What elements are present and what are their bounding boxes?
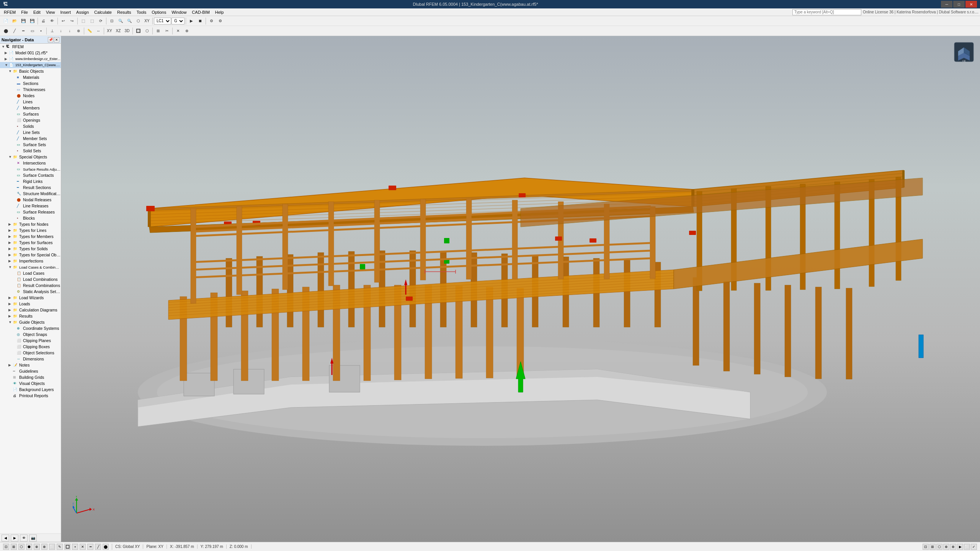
status-right-btn-1[interactable]: ⊡ — [923, 544, 929, 550]
tree-nodalreleases[interactable]: ⬤ Nodal Releases — [0, 197, 61, 203]
tb-g-combo[interactable]: G — [172, 18, 185, 24]
menu-help[interactable]: Help — [213, 10, 226, 15]
menu-results[interactable]: Results — [115, 10, 134, 15]
status-btn-12[interactable]: ━ — [87, 544, 93, 550]
tree-basicobjects[interactable]: ▼ 📁 Basic Objects — [0, 68, 61, 74]
tb-view-all[interactable]: ⊡ — [108, 17, 116, 25]
tb-lc-combo[interactable]: LC1 — [154, 18, 171, 24]
tree-rigidlinks[interactable]: ━ Rigid Links — [0, 178, 61, 184]
tree-blocks[interactable]: ▪ Blocks — [0, 215, 61, 221]
tree-staticanalysis[interactable]: ⚙ Static Analysis Settings — [0, 289, 61, 295]
tb-select[interactable]: ⬚ — [79, 17, 87, 25]
tree-resultsections[interactable]: ━ Result Sections — [0, 184, 61, 191]
tb-rotate[interactable]: ⟳ — [96, 17, 105, 25]
status-btn-7[interactable]: ⬜ — [49, 544, 55, 550]
tb2-support[interactable]: ⊥ — [48, 27, 56, 35]
tree-typesnodes[interactable]: ▶ 📁 Types for Nodes — [0, 221, 61, 227]
tb2-line[interactable]: ╱ — [10, 27, 19, 35]
tree-rfem-root[interactable]: ▼ 🏗 RFEM — [0, 44, 61, 50]
status-right-btn-3[interactable]: ⬡ — [936, 544, 942, 550]
tree-specialobjects[interactable]: ▼ 📁 Special Objects — [0, 154, 61, 160]
nav-close-btn[interactable]: ✕ — [54, 37, 59, 42]
tree-thicknesses[interactable]: ▭ Thicknesses — [0, 86, 61, 93]
tb-run[interactable]: ▶ — [187, 17, 196, 25]
tree-typeslines[interactable]: ▶ 📁 Types for Lines — [0, 227, 61, 233]
tree-loadcasesitem[interactable]: 📋 Load Cases — [0, 270, 61, 276]
menu-assign[interactable]: Assign — [74, 10, 91, 15]
menu-window[interactable]: Window — [169, 10, 189, 15]
tb2-load[interactable]: ↓ — [57, 27, 65, 35]
menu-file[interactable]: File — [19, 10, 30, 15]
status-btn-11[interactable]: ✕ — [80, 544, 86, 550]
tb-undo[interactable]: ↩ — [59, 17, 67, 25]
maximize-button[interactable]: □ — [953, 1, 965, 8]
status-btn-8[interactable]: ✎ — [57, 544, 63, 550]
tb2-render[interactable]: 🔲 — [134, 27, 142, 35]
status-right-btn-8[interactable]: ✓ — [971, 544, 977, 550]
tree-sections[interactable]: ▬ Sections — [0, 80, 61, 86]
status-right-btn-7[interactable]: ⬜ — [964, 544, 970, 550]
tree-surfacecontacts[interactable]: ▭ Surface Contacts — [0, 172, 61, 178]
tree-model001[interactable]: ▶ 📄 Model 001 (2).rf5* — [0, 50, 61, 56]
tree-guidelines[interactable]: ━ Guidelines — [0, 368, 61, 374]
tb2-clip[interactable]: ✂ — [163, 27, 171, 35]
tb-redo[interactable]: ↪ — [68, 17, 76, 25]
tb-print-preview[interactable]: 👁 — [48, 17, 56, 25]
tb2-surface[interactable]: ▭ — [28, 27, 36, 35]
tree-membersets[interactable]: ╱ Member Sets — [0, 135, 61, 142]
tree-surfreleases[interactable]: ▭ Surface Releases — [0, 209, 61, 215]
tb-select2[interactable]: ⬚ — [88, 17, 96, 25]
tb2-load2[interactable]: ↓ — [65, 27, 74, 35]
tb-view-3d[interactable]: ⬡ — [134, 17, 142, 25]
tree-typesmembers[interactable]: ▶ 📁 Types for Members — [0, 233, 61, 240]
tree-timberdesign[interactable]: ▶ 📄 www.timberdesign.cz_Ester... — [0, 56, 61, 62]
tree-objectselections[interactable]: ⬜ Object Selections — [0, 350, 61, 356]
tree-clippingplanes[interactable]: ⬜ Clipping Planes — [0, 337, 61, 344]
tree-materials[interactable]: ■ Materials — [0, 74, 61, 80]
menu-options[interactable]: Options — [149, 10, 168, 15]
tree-members[interactable]: ╱ Members — [0, 105, 61, 111]
status-btn-4[interactable]: ⬢ — [26, 544, 32, 550]
tree-typessolids[interactable]: ▶ 📁 Types for Solids — [0, 246, 61, 252]
tb-zoom-in[interactable]: 🔍 — [116, 17, 125, 25]
status-right-btn-4[interactable]: ⊕ — [943, 544, 949, 550]
nav-camera-btn[interactable]: 📷 — [29, 535, 37, 541]
tb-zoom-out[interactable]: 🔍 — [125, 17, 134, 25]
tree-loadwizards[interactable]: ▶ 📁 Load Wizards — [0, 295, 61, 301]
nav-pin-btn[interactable]: 📌 — [48, 37, 53, 42]
status-btn-2[interactable]: ⊞ — [11, 544, 17, 550]
tb-view-xy[interactable]: XY — [143, 17, 151, 25]
tree-lines[interactable]: ╱ Lines — [0, 99, 61, 105]
tree-printoutreports[interactable]: 🖨 Printout Reports — [0, 393, 61, 399]
tree-loads[interactable]: ▶ 📁 Loads — [0, 301, 61, 307]
tb2-view-xz[interactable]: XZ — [114, 27, 122, 35]
tb2-node[interactable]: ⬤ — [2, 27, 10, 35]
tb2-snap[interactable]: ⊕ — [183, 27, 191, 35]
tree-guideobjects[interactable]: ▼ 📁 Guide Objects — [0, 319, 61, 325]
tree-surfresadj[interactable]: ▭ Surface Results Adjustments — [0, 166, 61, 172]
close-button[interactable]: ✕ — [965, 1, 977, 8]
tree-solidsets[interactable]: ▪ Solid Sets — [0, 148, 61, 154]
tree-imperfections[interactable]: ▶ 📁 Imperfections — [0, 258, 61, 264]
tree-notes[interactable]: ▶ 📝 Notes — [0, 362, 61, 368]
tb2-member[interactable]: ━ — [19, 27, 28, 35]
tb-new[interactable]: 📄 — [2, 17, 10, 25]
tree-typessurfaces[interactable]: ▶ 📁 Types for Surfaces — [0, 240, 61, 246]
nav-prev-btn[interactable]: ◀ — [2, 535, 9, 541]
tree-resultcombinations[interactable]: 📋 Result Combinations — [0, 282, 61, 289]
status-right-btn-6[interactable]: ▶ — [957, 544, 963, 550]
status-btn-10[interactable]: ▪ — [72, 544, 78, 550]
tb2-measure[interactable]: 📏 — [85, 27, 94, 35]
minimize-button[interactable]: ─ — [941, 1, 952, 8]
tree-clippingboxes[interactable]: ⬜ Clipping Boxes — [0, 344, 61, 350]
tree-structuremods[interactable]: 🔧 Structure Modifications — [0, 191, 61, 197]
tb2-wire[interactable]: ⬡ — [143, 27, 151, 35]
viewport[interactable]: +X X Y Z — [61, 36, 980, 542]
nav-tree[interactable]: ▼ 🏗 RFEM ▶ 📄 Model 001 (2).rf5* ▶ 📄 www.… — [0, 44, 61, 533]
tb-open[interactable]: 📂 — [10, 17, 19, 25]
menu-cad-bim[interactable]: CAD-BIM — [189, 10, 212, 15]
tree-linesets[interactable]: ╱ Line Sets — [0, 129, 61, 135]
tb2-release[interactable]: ⊗ — [74, 27, 83, 35]
status-btn-3[interactable]: ⬡ — [18, 544, 24, 550]
tree-results[interactable]: ▶ 📁 Results — [0, 313, 61, 319]
